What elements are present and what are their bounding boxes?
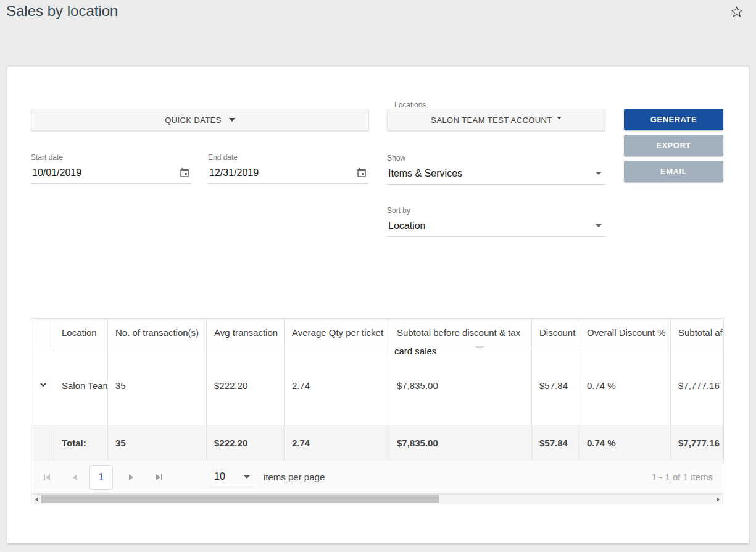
total-overall-discount: 0.74 % xyxy=(579,425,671,461)
generate-button[interactable]: GENERATE xyxy=(624,109,723,130)
expander-header xyxy=(31,319,54,346)
total-avg-transaction: $222.20 xyxy=(207,425,285,461)
cell-transactions: 35 xyxy=(108,346,207,425)
end-date-value: 12/31/2019 xyxy=(209,167,259,178)
locations-value: SALON TEAM TEST ACCOUNT xyxy=(431,115,552,125)
last-page-icon xyxy=(154,472,164,482)
start-date-label: Start date xyxy=(31,153,191,162)
cell-discount: $57.84 xyxy=(532,346,579,425)
results-table: Location No. of transaction(s) Avg trans… xyxy=(31,318,723,461)
sort-by-label: Sort by xyxy=(387,206,605,215)
end-date-group: End date 12/31/2019 xyxy=(208,153,368,188)
report-card: QUICK DATES Locations SALON TEAM TEST AC… xyxy=(7,67,749,543)
show-select[interactable]: Items & Services xyxy=(387,162,605,185)
col-location[interactable]: Location xyxy=(54,319,108,346)
total-expander-cell xyxy=(31,425,54,461)
col-subtotal-before[interactable]: Subtotal before discount & tax xyxy=(389,319,532,346)
chevron-right-icon xyxy=(126,472,136,482)
items-per-page-select[interactable]: 10 xyxy=(210,466,255,488)
page-title: Sales by location xyxy=(6,2,118,20)
sort-by-group: Sort by Location xyxy=(387,206,605,241)
table-header-row: Location No. of transaction(s) Avg trans… xyxy=(31,319,724,346)
total-avg-qty: 2.74 xyxy=(285,425,389,461)
next-page-button[interactable] xyxy=(120,467,141,488)
chevron-down-icon xyxy=(229,118,235,122)
locations-dropdown[interactable]: SALON TEAM TEST ACCOUNT xyxy=(387,109,605,131)
first-page-icon xyxy=(42,472,52,482)
col-transactions[interactable]: No. of transaction(s) xyxy=(108,319,207,346)
total-label: Total: xyxy=(54,425,108,461)
scroll-left-button[interactable] xyxy=(31,495,41,504)
calendar-icon[interactable] xyxy=(179,167,190,178)
col-subtotal-after[interactable]: Subtotal af xyxy=(671,319,724,346)
chevron-left-icon xyxy=(70,472,80,482)
last-page-button[interactable] xyxy=(149,467,170,488)
sort-by-value: Location xyxy=(388,220,426,232)
previous-page-button[interactable] xyxy=(65,467,86,488)
pager-range-label: 1 - 1 of 1 items xyxy=(652,472,713,482)
calendar-icon[interactable] xyxy=(356,167,367,178)
pagination-bar: 1 10 items per page 1 - 1 of 1 items xyxy=(31,461,723,494)
locations-label: Locations xyxy=(394,101,426,109)
horizontal-scrollbar[interactable] xyxy=(31,494,723,504)
col-discount[interactable]: Discount xyxy=(532,319,579,346)
export-button[interactable]: EXPORT xyxy=(624,135,723,156)
show-group: Show Items & Services xyxy=(387,154,605,188)
email-button[interactable]: EMAIL xyxy=(624,161,723,182)
show-value: Items & Services xyxy=(388,168,462,179)
page-number-button[interactable]: 1 xyxy=(89,465,113,490)
col-avg-qty[interactable]: Average Qty per ticket xyxy=(285,319,389,346)
triangle-right-icon xyxy=(717,497,720,502)
cell-subtotal-after: $7,777.16 xyxy=(671,346,724,425)
col-avg-transaction[interactable]: Avg transaction xyxy=(207,319,285,346)
chevron-down-icon xyxy=(557,117,562,119)
triangle-left-icon xyxy=(35,497,38,502)
scrollbar-thumb[interactable] xyxy=(41,495,439,503)
cell-avg-transaction: $222.20 xyxy=(207,346,285,425)
cell-overall-discount: 0.74 % xyxy=(579,346,671,425)
sort-by-select[interactable]: Location xyxy=(387,215,605,237)
total-subtotal-after: $7,777.16 xyxy=(671,425,724,461)
cell-avg-qty: 2.74 xyxy=(285,346,389,425)
cell-location: Salon Team TEST ACCOUNT xyxy=(54,346,108,425)
chevron-down-icon xyxy=(244,475,250,479)
start-date-value: 10/01/2019 xyxy=(32,167,81,178)
items-per-page-value: 10 xyxy=(214,471,225,482)
col-overall-discount[interactable]: Overall Discount % xyxy=(579,319,671,346)
chevron-down-icon xyxy=(596,224,602,227)
end-date-input[interactable]: 12/31/2019 xyxy=(208,162,368,184)
total-row: Total: 35 $222.20 2.74 $7,835.00 $57.84 … xyxy=(31,425,724,461)
total-transactions: 35 xyxy=(108,425,207,461)
quick-dates-label: QUICK DATES xyxy=(165,115,222,125)
chevron-down-icon xyxy=(39,380,48,389)
total-subtotal-before: $7,835.00 xyxy=(389,425,532,461)
total-discount: $57.84 xyxy=(532,425,579,461)
scroll-right-button[interactable] xyxy=(713,495,723,504)
show-label: Show xyxy=(387,154,605,162)
items-per-page-label: items per page xyxy=(264,472,325,482)
chevron-down-icon xyxy=(596,172,602,175)
end-date-label: End date xyxy=(208,153,368,162)
favorite-star-icon[interactable] xyxy=(730,5,744,19)
quick-dates-button[interactable]: QUICK DATES xyxy=(31,109,369,131)
start-date-input[interactable]: 10/01/2019 xyxy=(31,162,191,184)
cell-subtotal-before: $7,835.00 xyxy=(389,346,532,425)
table-row: Salon Team TEST ACCOUNT 35 $222.20 2.74 … xyxy=(31,346,724,425)
row-expander[interactable] xyxy=(31,346,54,425)
first-page-button[interactable] xyxy=(36,467,57,488)
start-date-group: Start date 10/01/2019 xyxy=(31,153,191,188)
